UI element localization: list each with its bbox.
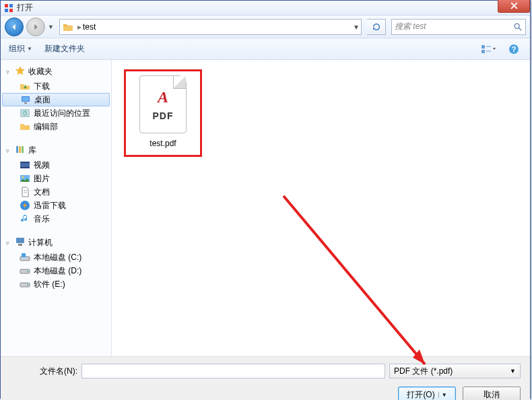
tree-group-computer: ▿ 计算机 本地磁盘 (C:) 本地磁盘 (D:) 软件 (E:)	[1, 235, 111, 291]
svg-rect-3	[9, 9, 13, 12]
svg-rect-13	[22, 97, 29, 101]
sidebar-item-pictures[interactable]: 图片	[1, 172, 111, 185]
library-icon	[15, 144, 26, 157]
close-button[interactable]	[498, 0, 530, 13]
favorites-header[interactable]: ▿ 收藏夹	[1, 64, 111, 79]
tree-group-libraries: ▿ 库 视频 图片 文档 迅雷下载	[1, 143, 111, 226]
svg-rect-17	[16, 146, 18, 153]
picture-icon	[20, 173, 30, 184]
titlebar[interactable]: 打开	[1, 1, 530, 15]
chevron-down-icon: ▼	[438, 392, 447, 398]
filetype-dropdown[interactable]: PDF 文件 (*.pdf) ▼	[389, 364, 521, 378]
sidebar-item-drive-e[interactable]: 软件 (E:)	[1, 277, 111, 291]
sidebar-item-drive-c[interactable]: 本地磁盘 (C:)	[1, 251, 111, 264]
download-icon	[20, 81, 30, 92]
collapse-icon: ▿	[6, 147, 12, 154]
chevron-right-icon: ▸	[77, 22, 81, 32]
svg-line-5	[519, 28, 522, 30]
dialog-footer: 文件名(N): PDF 文件 (*.pdf) ▼ 打开(O) ▼ 取消	[1, 356, 530, 400]
sidebar-item-desktop[interactable]: 桌面	[2, 93, 110, 106]
new-folder-button[interactable]: 新建文件夹	[44, 43, 85, 55]
svg-rect-19	[22, 146, 24, 153]
organize-menu[interactable]: 组织▼	[9, 43, 32, 55]
svg-rect-21	[20, 162, 30, 163]
svg-rect-7	[481, 50, 485, 53]
recent-icon	[20, 108, 30, 119]
svg-rect-22	[20, 167, 30, 168]
svg-rect-14	[24, 102, 27, 104]
back-button[interactable]	[5, 18, 24, 36]
svg-point-4	[514, 24, 519, 28]
tree-group-favorites: ▿ 收藏夹 下载 桌面 最近访问的位置 编辑部	[1, 64, 111, 133]
thunder-icon	[20, 200, 30, 211]
svg-rect-6	[481, 45, 485, 48]
sidebar-item-music[interactable]: 音乐	[1, 212, 111, 226]
file-list-pane[interactable]: A PDF test.pdf	[112, 60, 530, 356]
sidebar-item-videos[interactable]: 视频	[1, 158, 111, 172]
file-name-label: test.pdf	[149, 139, 176, 148]
folder-icon	[20, 121, 30, 132]
sidebar-item-documents[interactable]: 文档	[1, 185, 111, 199]
sidebar-item-downloads[interactable]: 下载	[1, 79, 111, 93]
filename-input[interactable]	[81, 364, 385, 378]
open-file-dialog: 打开 ▼ ▸ test ▾ 搜索 test 组织▼	[0, 0, 531, 399]
svg-rect-29	[18, 244, 22, 246]
sidebar-item-drive-d[interactable]: 本地磁盘 (D:)	[1, 264, 111, 277]
svg-rect-1	[9, 4, 13, 7]
chevron-down-icon: ▼	[510, 368, 516, 374]
collapse-icon: ▿	[6, 69, 12, 75]
svg-point-35	[27, 284, 28, 286]
chevron-down-icon: ▼	[27, 46, 32, 52]
chevron-down-icon[interactable]: ▾	[354, 22, 358, 32]
refresh-button[interactable]	[367, 19, 386, 35]
sidebar-item-recent[interactable]: 最近访问的位置	[1, 106, 111, 120]
svg-rect-18	[19, 146, 21, 153]
search-placeholder: 搜索 test	[395, 21, 426, 32]
app-icon	[3, 3, 14, 13]
search-icon	[513, 22, 523, 32]
address-bar[interactable]: ▸ test ▾	[59, 19, 362, 35]
star-icon	[15, 65, 26, 78]
breadcrumb-folder[interactable]: test	[83, 22, 96, 32]
svg-rect-0	[5, 4, 8, 7]
computer-header[interactable]: ▿ 计算机	[1, 235, 111, 251]
svg-rect-2	[5, 9, 8, 12]
forward-button[interactable]	[26, 18, 45, 36]
navigation-pane[interactable]: ▿ 收藏夹 下载 桌面 最近访问的位置 编辑部	[1, 60, 112, 356]
toolbar: 组织▼ 新建文件夹 ?	[1, 38, 530, 60]
cancel-button[interactable]: 取消	[463, 387, 521, 400]
search-input[interactable]: 搜索 test	[391, 19, 526, 35]
help-button[interactable]: ?	[506, 42, 522, 57]
open-button[interactable]: 打开(O) ▼	[398, 387, 456, 400]
computer-icon	[15, 236, 26, 249]
dialog-body: ▿ 收藏夹 下载 桌面 最近访问的位置 编辑部	[1, 60, 530, 356]
file-item-testpdf[interactable]: A PDF test.pdf	[124, 69, 202, 157]
svg-text:?: ?	[512, 45, 517, 53]
sidebar-item-editorial[interactable]: 编辑部	[1, 120, 111, 133]
desktop-icon	[20, 94, 31, 105]
folder-icon	[63, 22, 73, 32]
drive-icon	[20, 265, 30, 276]
nav-bar: ▼ ▸ test ▾ 搜索 test	[1, 15, 530, 38]
music-icon	[20, 213, 30, 224]
svg-rect-28	[16, 238, 24, 243]
view-options-button[interactable]	[480, 42, 496, 57]
svg-rect-31	[22, 253, 26, 257]
document-icon	[20, 187, 30, 197]
video-icon	[20, 160, 30, 170]
libraries-header[interactable]: ▿ 库	[1, 143, 111, 158]
sidebar-item-thunder[interactable]: 迅雷下载	[1, 199, 111, 212]
drive-icon	[20, 279, 30, 290]
recent-dropdown-icon[interactable]: ▼	[48, 24, 54, 30]
svg-point-33	[27, 271, 28, 272]
pdf-thumbnail-icon: A PDF	[139, 75, 187, 133]
collapse-icon: ▿	[6, 240, 12, 246]
window-title: 打开	[17, 2, 33, 13]
filename-label: 文件名(N):	[10, 366, 77, 377]
sysdrive-icon	[20, 252, 30, 263]
svg-point-24	[22, 176, 24, 178]
